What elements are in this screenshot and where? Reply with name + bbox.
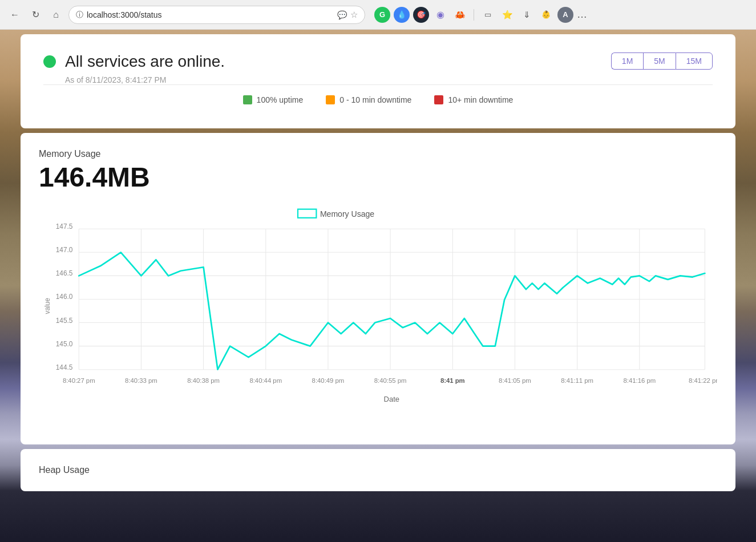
extension-social[interactable]: 👶 bbox=[538, 7, 554, 23]
extension-drop[interactable]: 💧 bbox=[394, 7, 410, 23]
svg-text:8:41 pm: 8:41 pm bbox=[440, 377, 465, 384]
extension-split[interactable]: ▭ bbox=[480, 7, 496, 23]
legend-label-major: 10+ min downtime bbox=[448, 95, 513, 104]
refresh-button[interactable]: ↻ bbox=[27, 7, 43, 23]
time-range-buttons: 1M 5M 15M bbox=[611, 52, 713, 70]
memory-chart-line bbox=[79, 252, 705, 369]
svg-text:8:40:27 pm: 8:40:27 pm bbox=[63, 377, 95, 384]
legend-major-downtime: 10+ min downtime bbox=[434, 95, 513, 104]
svg-text:8:40:38 pm: 8:40:38 pm bbox=[187, 377, 220, 384]
legend-label-uptime: 100% uptime bbox=[257, 95, 304, 104]
svg-text:value: value bbox=[43, 298, 51, 314]
time-btn-1m[interactable]: 1M bbox=[611, 52, 643, 70]
svg-text:8:40:49 pm: 8:40:49 pm bbox=[312, 377, 345, 384]
legend-minor-downtime: 0 - 10 min downtime bbox=[326, 95, 411, 104]
svg-text:146.5: 146.5 bbox=[56, 269, 73, 277]
address-bar[interactable]: ⓘ 💬 ☆ bbox=[68, 6, 365, 24]
legend-color-minor bbox=[326, 95, 335, 104]
extension-target[interactable]: 🎯 bbox=[413, 7, 429, 23]
url-input[interactable] bbox=[87, 10, 334, 19]
legend-bar: 100% uptime 0 - 10 min downtime 10+ min … bbox=[43, 84, 713, 115]
status-timestamp: As of 8/11/2023, 8:41:27 PM bbox=[65, 75, 713, 84]
svg-text:8:41:11 pm: 8:41:11 pm bbox=[561, 377, 593, 384]
svg-text:146.0: 146.0 bbox=[56, 293, 73, 301]
svg-text:8:40:33 pm: 8:40:33 pm bbox=[125, 377, 157, 384]
svg-text:144.5: 144.5 bbox=[56, 363, 73, 371]
svg-text:Memory Usage: Memory Usage bbox=[320, 209, 374, 219]
svg-text:8:41:05 pm: 8:41:05 pm bbox=[499, 377, 531, 384]
memory-chart-card: Memory Usage 146.4MB Memory Usage 144.5 … bbox=[21, 133, 735, 444]
bookmark-icon[interactable]: ☆ bbox=[350, 10, 358, 20]
memory-chart-value: 146.4MB bbox=[39, 161, 717, 193]
memory-chart-container: Memory Usage 144.5 145.0 145.5 146.0 146… bbox=[39, 204, 717, 428]
info-icon: ⓘ bbox=[76, 10, 83, 20]
svg-text:8:40:44 pm: 8:40:44 pm bbox=[249, 377, 282, 384]
home-button[interactable]: ⌂ bbox=[48, 7, 64, 23]
svg-text:145.0: 145.0 bbox=[56, 340, 73, 348]
svg-text:147.5: 147.5 bbox=[56, 223, 73, 230]
svg-text:8:40:55 pm: 8:40:55 pm bbox=[374, 377, 407, 384]
svg-text:Date: Date bbox=[384, 395, 399, 403]
svg-rect-0 bbox=[298, 209, 316, 218]
status-indicator bbox=[43, 55, 56, 68]
extension-shield[interactable]: ◉ bbox=[432, 7, 448, 23]
legend-label-minor: 0 - 10 min downtime bbox=[339, 95, 411, 104]
memory-chart-svg: Memory Usage 144.5 145.0 145.5 146.0 146… bbox=[39, 204, 717, 426]
content-wrapper: All services are online. As of 8/11/2023… bbox=[21, 30, 735, 542]
legend-color-major bbox=[434, 95, 443, 104]
time-btn-5m[interactable]: 5M bbox=[643, 52, 675, 70]
separator bbox=[474, 9, 474, 21]
extension-download[interactable]: ⇓ bbox=[519, 7, 535, 23]
text-to-speech-icon: 💬 bbox=[337, 10, 347, 19]
extension-crab[interactable]: 🦀 bbox=[452, 7, 468, 23]
more-menu-button[interactable]: … bbox=[577, 9, 587, 21]
browser-extensions: G 💧 🎯 ◉ 🦀 ▭ ⭐ ⇓ 👶 A … bbox=[374, 7, 587, 23]
svg-text:147.0: 147.0 bbox=[56, 246, 73, 254]
svg-text:8:41:22 pm: 8:41:22 pm bbox=[689, 377, 717, 384]
legend-uptime: 100% uptime bbox=[243, 95, 304, 104]
status-title: All services are online. bbox=[65, 52, 225, 71]
legend-color-uptime bbox=[243, 95, 252, 104]
memory-chart-title: Memory Usage bbox=[39, 149, 717, 159]
heap-chart-title: Heap Usage bbox=[39, 465, 717, 475]
status-card: All services are online. As of 8/11/2023… bbox=[21, 34, 735, 128]
heap-chart-card: Heap Usage bbox=[21, 449, 735, 491]
svg-text:8:41:16 pm: 8:41:16 pm bbox=[623, 377, 656, 384]
back-button[interactable]: ← bbox=[7, 7, 23, 23]
browser-chrome: ← ↻ ⌂ ⓘ 💬 ☆ G 💧 🎯 ◉ 🦀 ▭ ⭐ ⇓ 👶 A … bbox=[0, 0, 756, 30]
time-btn-15m[interactable]: 15M bbox=[676, 52, 713, 70]
user-avatar[interactable]: A bbox=[557, 7, 573, 23]
extension-g[interactable]: G bbox=[374, 7, 390, 23]
svg-text:145.5: 145.5 bbox=[56, 317, 73, 325]
extension-star[interactable]: ⭐ bbox=[499, 7, 515, 23]
